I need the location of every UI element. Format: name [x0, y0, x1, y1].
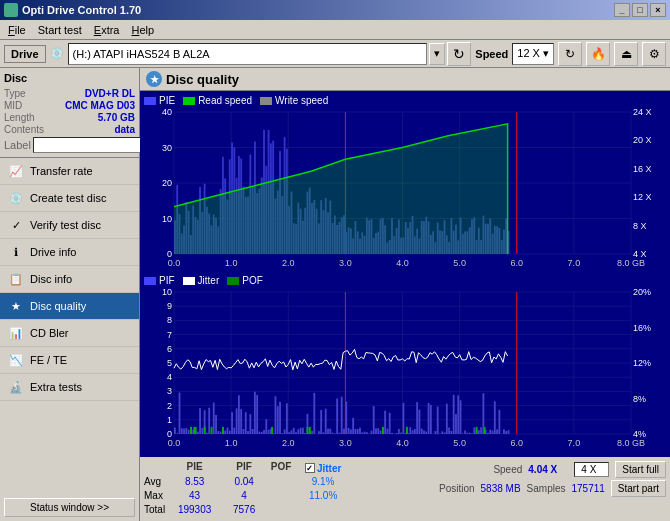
pie-max: 43 [189, 490, 200, 503]
menu-starttest[interactable]: Start test [32, 22, 88, 38]
disc-quality-label: Disc quality [30, 300, 86, 312]
drive-refresh-button[interactable]: ↻ [447, 42, 471, 66]
nav-items: 📈 Transfer rate 💿 Create test disc ✓ Ver… [0, 158, 139, 401]
fe-te-icon: 📉 [8, 352, 24, 368]
content-header: ★ Disc quality [140, 68, 670, 91]
sidebar-item-transfer-rate[interactable]: 📈 Transfer rate [0, 158, 139, 185]
pie-legend: PIE [144, 95, 175, 106]
speed-label: Speed [475, 48, 508, 60]
disc-label-row: Label ↻ [4, 137, 135, 153]
stats-row-labels: Avg Max Total [144, 461, 165, 517]
sidebar: Disc Type DVD+R DL MID CMC MAG D03 Lengt… [0, 68, 140, 521]
disc-mid-value: CMC MAG D03 [65, 100, 135, 111]
chart2-legend: PIF Jitter POF [144, 275, 666, 286]
sidebar-item-cd-bler[interactable]: 📊 CD Bler [0, 320, 139, 347]
pof-col-header: POF [271, 461, 292, 475]
disc-panel-title: Disc [4, 72, 135, 84]
pie-color [144, 97, 156, 105]
disc-info-label: Disc info [30, 273, 72, 285]
eject-button[interactable]: ⏏ [614, 42, 638, 66]
disc-mid-row: MID CMC MAG D03 [4, 100, 135, 111]
create-test-disc-icon: 💿 [8, 190, 24, 206]
minimize-button[interactable]: _ [614, 3, 630, 17]
readspeed-label: Read speed [198, 95, 252, 106]
pie-label: PIE [159, 95, 175, 106]
speed-info: Speed 4.04 X 4 X Start full Position 583… [439, 461, 666, 497]
drive-select[interactable]: (H:) ATAPI iHAS524 B AL2A [68, 43, 428, 65]
extra-tests-label: Extra tests [30, 381, 82, 393]
pof-label: POF [242, 275, 263, 286]
speed-dropdown[interactable]: 4 X [574, 462, 609, 477]
sidebar-item-extra-tests[interactable]: 🔬 Extra tests [0, 374, 139, 401]
cd-bler-label: CD Bler [30, 327, 69, 339]
pif-legend: PIF [144, 275, 175, 286]
readspeed-legend: Read speed [183, 95, 252, 106]
transfer-rate-label: Transfer rate [30, 165, 93, 177]
sidebar-item-verify-test-disc[interactable]: ✓ Verify test disc [0, 212, 139, 239]
jitter-checkbox[interactable]: ✓ [305, 463, 315, 473]
chart2-canvas [144, 288, 666, 450]
pof-column: POF [266, 461, 296, 517]
fe-te-label: FE / TE [30, 354, 67, 366]
pif-avg: 0.04 [234, 476, 253, 489]
disc-length-row: Length 5.70 GB [4, 112, 135, 123]
start-part-button[interactable]: Start part [611, 480, 666, 497]
transfer-rate-icon: 📈 [8, 163, 24, 179]
jitter-max: 11.0% [309, 490, 337, 503]
disc-contents-value: data [114, 124, 135, 135]
pif-total: 7576 [233, 504, 255, 517]
start-full-button[interactable]: Start full [615, 461, 666, 478]
sidebar-item-fe-te[interactable]: 📉 FE / TE [0, 347, 139, 374]
drive-label: Drive [4, 45, 46, 63]
create-test-disc-label: Create test disc [30, 192, 106, 204]
pie-column: PIE 8.53 43 199303 [167, 461, 222, 517]
sidebar-item-disc-quality[interactable]: ★ Disc quality [0, 293, 139, 320]
position-label-text: Position [439, 483, 475, 494]
writespeed-color [260, 97, 272, 105]
drive-dropdown-arrow[interactable]: ▾ [429, 43, 445, 65]
position-value: 5838 MB [481, 483, 521, 494]
speed-row: Speed 4.04 X 4 X Start full [493, 461, 666, 478]
verify-test-disc-icon: ✓ [8, 217, 24, 233]
pie-total: 199303 [178, 504, 211, 517]
sidebar-item-disc-info[interactable]: 📋 Disc info [0, 266, 139, 293]
writespeed-legend: Write speed [260, 95, 328, 106]
pof-color [227, 277, 239, 285]
close-button[interactable]: × [650, 3, 666, 17]
settings-button[interactable]: ⚙ [642, 42, 666, 66]
refresh-button[interactable]: ↻ [558, 42, 582, 66]
disc-contents-label: Contents [4, 124, 44, 135]
chart1-container: PIE Read speed Write speed [144, 95, 666, 273]
menubar: File Start test Extra Help [0, 20, 670, 40]
menu-extra[interactable]: Extra [88, 22, 126, 38]
pie-col-header: PIE [187, 461, 203, 475]
samples-value: 175711 [571, 483, 604, 494]
jitter-legend: Jitter [183, 275, 220, 286]
menu-help[interactable]: Help [125, 22, 160, 38]
position-row: Position 5838 MB Samples 175711 Start pa… [439, 480, 666, 497]
app-icon [4, 3, 18, 17]
writespeed-label: Write speed [275, 95, 328, 106]
verify-test-disc-label: Verify test disc [30, 219, 101, 231]
burn-button[interactable]: 🔥 [586, 42, 610, 66]
disc-length-label: Length [4, 112, 35, 123]
stats-section: Avg Max Total PIE 8.53 43 199303 PIF 0 [140, 457, 670, 521]
app-title: Opti Drive Control 1.70 [22, 4, 141, 16]
sidebar-item-create-test-disc[interactable]: 💿 Create test disc [0, 185, 139, 212]
disc-type-value: DVD+R DL [85, 88, 135, 99]
content-header-icon: ★ [146, 71, 162, 87]
sidebar-item-drive-info[interactable]: ℹ Drive info [0, 239, 139, 266]
menu-file[interactable]: File [2, 22, 32, 38]
pif-label: PIF [159, 275, 175, 286]
disc-quality-icon: ★ [8, 298, 24, 314]
jitter-label: Jitter [198, 275, 220, 286]
speed-select[interactable]: 12 X ▾ [512, 43, 554, 65]
max-label: Max [144, 489, 165, 502]
disc-label-label: Label [4, 139, 31, 151]
jitter-column: ✓ Jitter 9.1% 11.0% [298, 461, 348, 517]
disc-length-value: 5.70 GB [98, 112, 135, 123]
status-window-button[interactable]: Status window >> [4, 498, 135, 517]
pif-color [144, 277, 156, 285]
speed-label-text: Speed [493, 464, 522, 475]
maximize-button[interactable]: □ [632, 3, 648, 17]
